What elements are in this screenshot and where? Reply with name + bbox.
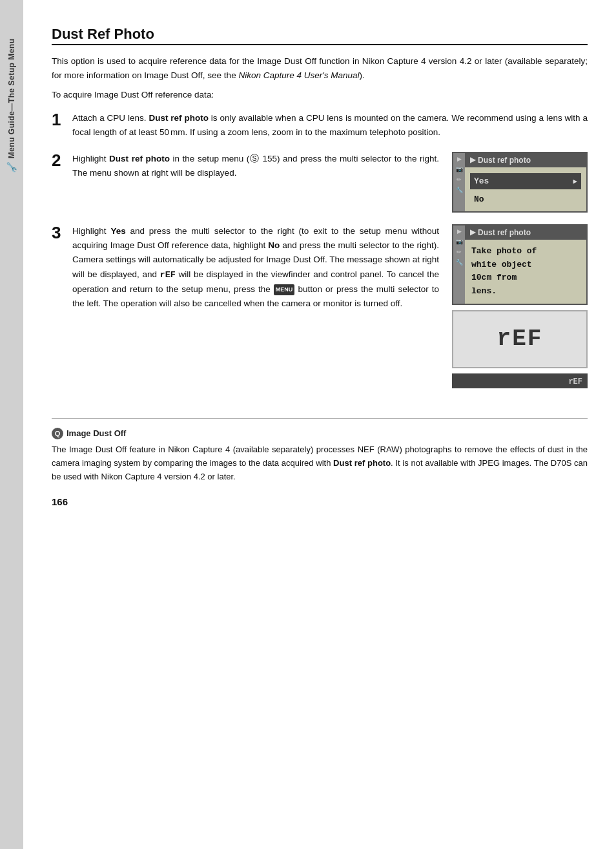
lcd-box-1: ▶ 📷 ✏ 🔧 ▶ Dust ref photo Yes <box>452 152 588 213</box>
bottom-note: Q Image Dust Off The Image Dust Off feat… <box>52 418 588 483</box>
page-number: 166 <box>52 496 588 507</box>
lcd-msg-line4: lens. <box>471 285 580 299</box>
ref-caption-bar: rEF <box>452 373 588 388</box>
lcd-header-2: ▶ Dust ref photo <box>465 225 586 240</box>
lcd-icon-camera: 📷 <box>456 166 463 173</box>
ref-caption-text: rEF <box>568 377 582 386</box>
step-3-left: 3 Highlight Yes and press the multi sele… <box>52 224 439 388</box>
lcd-item-yes: Yes ▶ <box>470 173 581 189</box>
step-3-number: 3 <box>52 223 72 243</box>
step-3-images: ▶ 📷 ✏ 🔧 ▶ Dust ref photo Take photo of w… <box>452 224 588 388</box>
lcd-message: Take photo of white object 10cm from len… <box>465 240 586 304</box>
lcd-header-arrow: ▶ <box>470 156 475 164</box>
lcd-header-arrow-2: ▶ <box>470 228 475 236</box>
note-text: The Image Dust Off feature in Nikon Capt… <box>52 443 588 483</box>
step-2-content: Highlight Dust ref photo in the setup me… <box>72 152 439 181</box>
lcd-msg-line1: Take photo of <box>471 245 580 258</box>
lcd-box-2: ▶ 📷 ✏ 🔧 ▶ Dust ref photo Take photo of w… <box>452 224 588 305</box>
lcd-msg-line2: white object <box>471 258 580 272</box>
lcd-icon-play: ▶ <box>457 156 462 162</box>
ref-text-large: rEF <box>497 326 543 352</box>
step-3-text-before: Highlight <box>72 226 110 236</box>
lcd-header-1: ▶ Dust ref photo <box>465 153 586 167</box>
note-title-text: Image Dust Off <box>67 428 126 438</box>
lcd-item-no: No <box>470 191 581 207</box>
step-1-content: Attach a CPU lens. Dust ref photo is onl… <box>72 111 588 140</box>
lcd-icon-camera-2: 📷 <box>456 238 463 245</box>
step-1-text-before: Attach a CPU lens. <box>72 113 149 123</box>
note-title-row: Q Image Dust Off <box>52 428 588 439</box>
note-bold: Dust ref photo <box>333 458 391 468</box>
lcd-icon-play-2: ▶ <box>457 228 462 235</box>
lcd-icon-pencil-2: ✏ <box>457 249 462 255</box>
step-1-bold: Dust ref photo <box>149 113 209 123</box>
sidebar-label: 🔧 Menu Guide—The Setup Menu <box>6 39 17 173</box>
intro-italic: Nikon Capture 4 User's Manual <box>238 70 359 80</box>
sidebar: 🔧 Menu Guide—The Setup Menu <box>0 0 23 849</box>
intro-end: ). <box>360 70 365 80</box>
step-3-ref-inline: rEF <box>160 270 176 280</box>
ref-display-box: rEF <box>452 310 588 368</box>
acquire-line: To acquire Image Dust Off reference data… <box>52 90 588 100</box>
lcd-icon-pencil: ✏ <box>457 176 462 183</box>
lcd-main: ▶ Dust ref photo Yes ▶ No <box>465 153 586 211</box>
step-2-number: 2 <box>52 151 72 171</box>
lcd-sidebar-2: ▶ 📷 ✏ 🔧 <box>453 225 465 304</box>
step-3-row: 3 Highlight Yes and press the multi sele… <box>52 224 588 388</box>
step-2-text-before: Highlight <box>72 154 109 163</box>
lcd-icon-wrench-2: 🔧 <box>456 259 463 266</box>
lcd-main-2: ▶ Dust ref photo Take photo of white obj… <box>465 225 586 304</box>
step-2-left: 2 Highlight Dust ref photo in the setup … <box>52 152 439 213</box>
step-2-row: 2 Highlight Dust ref photo in the setup … <box>52 152 588 213</box>
lcd-sidebar: ▶ 📷 ✏ 🔧 <box>453 153 465 211</box>
intro-paragraph: This option is used to acquire reference… <box>52 54 588 82</box>
lcd-body-1: Yes ▶ No <box>465 167 586 211</box>
sidebar-icon: 🔧 <box>6 162 17 173</box>
menu-button-icon: MENU <box>274 284 295 295</box>
step-3-content: Highlight Yes and press the multi select… <box>72 224 439 311</box>
step-2-images: ▶ 📷 ✏ 🔧 ▶ Dust ref photo Yes <box>452 152 588 213</box>
step-3-bold-no: No <box>268 240 280 250</box>
note-icon: Q <box>52 428 63 439</box>
step-1: 1 Attach a CPU lens. Dust ref photo is o… <box>52 111 588 140</box>
step-2-bold: Dust ref photo <box>109 154 170 163</box>
main-content: Dust Ref Photo This option is used to ac… <box>23 0 616 849</box>
page-title: Dust Ref Photo <box>52 26 588 45</box>
lcd-icon-wrench: 🔧 <box>456 187 463 193</box>
lcd-msg-line3: 10cm from <box>471 271 580 285</box>
item-yes-arrow: ▶ <box>573 177 577 185</box>
step-3-bold-yes: Yes <box>110 226 125 236</box>
step-1-number: 1 <box>52 110 72 130</box>
